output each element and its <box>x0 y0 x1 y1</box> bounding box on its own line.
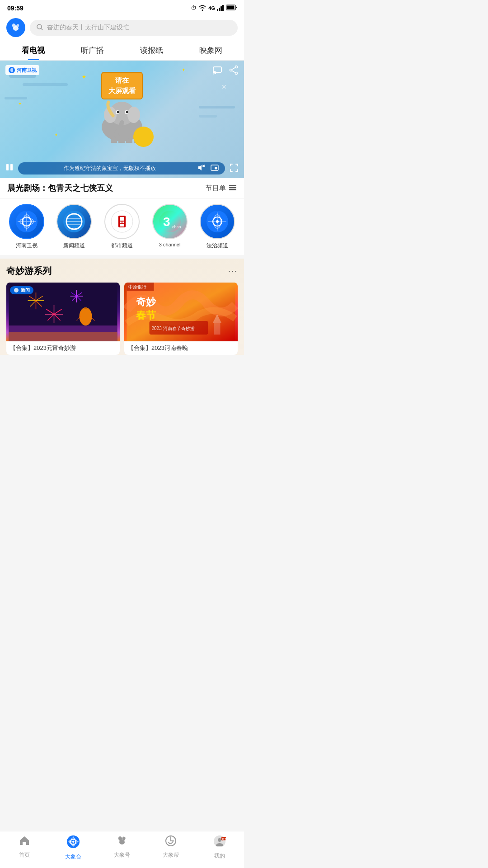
svg-rect-35 <box>229 187 236 188</box>
deco-line2 <box>23 83 68 86</box>
deco-line3 <box>5 97 27 99</box>
card-label-2: 【合集】2023河南春晚 <box>124 341 238 355</box>
channel-logo-henan <box>9 204 44 239</box>
channel-logo-dushi <box>104 204 140 239</box>
svg-text:2023 河南春节奇妙游: 2023 河南春节奇妙游 <box>152 326 195 331</box>
svg-rect-44 <box>120 217 124 221</box>
cast-icon[interactable] <box>212 65 222 77</box>
svg-rect-5 <box>227 6 235 9</box>
svg-rect-31 <box>10 164 13 170</box>
status-time: 09:59 <box>7 5 23 12</box>
status-icons: ⏱ 4G <box>191 5 237 12</box>
card-2[interactable]: 奇妙 春节 2023 河南春节奇妙游 中原银行 【合集】2023河南春晚 <box>124 283 238 355</box>
channel-list: 河南卫视 新闻频道 都市频道 <box>0 198 244 255</box>
sparkle4: ✦ <box>54 132 58 137</box>
svg-text:中原银行: 中原银行 <box>128 284 146 289</box>
signal-bars <box>217 5 224 12</box>
svg-text:奇妙: 奇妙 <box>136 296 156 307</box>
channel-item-ch3[interactable]: 3 channel 3 channel <box>152 204 188 250</box>
channel-logo-ch3: 3 channel <box>152 204 188 239</box>
channel-item-news[interactable]: 新闻频道 <box>56 204 92 250</box>
svg-rect-46 <box>122 222 124 223</box>
close-overlay-btn[interactable]: ✕ <box>221 83 227 90</box>
channel-name-fazhi: 法治频道 <box>206 242 228 250</box>
svg-rect-28 <box>126 138 132 143</box>
program-title: 晨光剧场：包青天之七侠五义 <box>7 183 113 193</box>
header: 奋进的春天丨太行山下建设忙 <box>0 14 244 40</box>
card-1[interactable]: 新闻 【合集】2023元宵奇妙游 <box>6 283 120 355</box>
svg-point-14 <box>213 74 214 75</box>
svg-rect-33 <box>215 167 217 170</box>
yellow-circle <box>133 127 154 147</box>
share-icon[interactable] <box>229 65 239 77</box>
svg-rect-0 <box>217 9 218 11</box>
channel-item-dushi[interactable]: 都市频道 <box>104 204 140 250</box>
app-logo[interactable] <box>6 18 25 37</box>
pip-icon[interactable] <box>211 165 219 172</box>
schedule-label: 节目单 <box>206 184 226 193</box>
channel-name-label: 河南卫视 <box>17 67 37 74</box>
svg-rect-27 <box>118 138 125 143</box>
svg-rect-30 <box>6 164 9 170</box>
search-icon <box>36 24 43 32</box>
qimiaoyou-section: 奇妙游系列 ··· <box>0 259 244 355</box>
program-info: 晨光剧场：包青天之七侠五义 节目单 <box>0 178 244 198</box>
channel-item-fazhi[interactable]: 法治频道 <box>200 204 235 250</box>
svg-rect-47 <box>120 224 124 226</box>
channel-name-news: 新闻频道 <box>63 242 85 250</box>
svg-rect-93 <box>214 323 221 335</box>
svg-point-16 <box>235 72 238 75</box>
svg-point-24 <box>117 111 119 113</box>
status-bar: 09:59 ⏱ 4G <box>0 0 244 14</box>
elephant-body-area <box>86 98 158 145</box>
svg-rect-85 <box>9 332 117 341</box>
search-placeholder: 奋进的春天丨太行山下建设忙 <box>47 24 129 32</box>
svg-text:春节: 春节 <box>136 310 156 321</box>
app-badge-1: 新闻 <box>10 286 33 294</box>
section-title: 奇妙游系列 <box>6 265 52 277</box>
fullscreen-icon[interactable] <box>230 163 239 174</box>
festival-svg: 奇妙 春节 2023 河南春节奇妙游 中原银行 <box>124 283 238 341</box>
tab-radio[interactable]: 听广播 <box>63 40 122 60</box>
schedule-btn[interactable]: 节目单 <box>206 184 237 193</box>
svg-text:3: 3 <box>163 215 170 229</box>
sparkle3: ✦ <box>18 101 22 106</box>
tab-paper[interactable]: 读报纸 <box>122 40 181 60</box>
nav-tabs: 看电视 听广播 读报纸 映象网 <box>0 40 244 61</box>
volume-muted-icon[interactable] <box>198 165 206 172</box>
pause-button[interactable] <box>5 163 14 174</box>
svg-point-15 <box>235 66 238 68</box>
video-bottom-controls: 作为遵纪守法的象宝宝，无版权不播放 <box>0 159 244 178</box>
search-bar[interactable]: 奋进的春天丨太行山下建设忙 <box>30 20 238 36</box>
channel-logo-news <box>56 204 92 239</box>
tab-tv[interactable]: 看电视 <box>4 40 63 60</box>
wifi-icon <box>198 5 206 12</box>
cards-row: 新闻 【合集】2023元宵奇妙游 <box>6 283 238 355</box>
battery-icon <box>226 5 237 12</box>
section-header: 奇妙游系列 ··· <box>6 265 238 277</box>
deco-line4 <box>199 106 235 108</box>
signal-4g: 4G <box>208 5 215 11</box>
svg-point-80 <box>80 307 92 326</box>
svg-point-86 <box>14 288 19 292</box>
channel-item-henan[interactable]: 河南卫视 <box>9 204 44 250</box>
section-more-btn[interactable]: ··· <box>228 266 238 276</box>
subtitle-text: 作为遵纪守法的象宝宝，无版权不播放 <box>24 165 195 172</box>
svg-point-9 <box>13 26 19 31</box>
schedule-icon <box>229 184 237 192</box>
video-controls-top <box>212 65 239 77</box>
elephant-illustration: 请在大屏观看 <box>86 72 158 145</box>
svg-rect-26 <box>111 137 117 143</box>
video-player[interactable]: ✦ ✦ ✦ ✦ 河南卫视 请在大屏观看 <box>0 61 244 178</box>
card-thumb-festival: 奇妙 春节 2023 河南春节奇妙游 中原银行 <box>124 283 238 341</box>
video-background: ✦ ✦ ✦ ✦ 河南卫视 请在大屏观看 <box>0 61 244 178</box>
svg-rect-36 <box>229 189 236 190</box>
svg-rect-3 <box>222 5 224 11</box>
svg-rect-81 <box>84 307 87 309</box>
deco-line5 <box>199 115 217 118</box>
card-thumb-fireworks: 新闻 <box>6 283 120 341</box>
tab-yingxiang[interactable]: 映象网 <box>181 40 240 60</box>
channel-name-henan: 河南卫视 <box>16 242 38 250</box>
svg-rect-2 <box>221 6 222 11</box>
svg-point-17 <box>230 69 232 71</box>
